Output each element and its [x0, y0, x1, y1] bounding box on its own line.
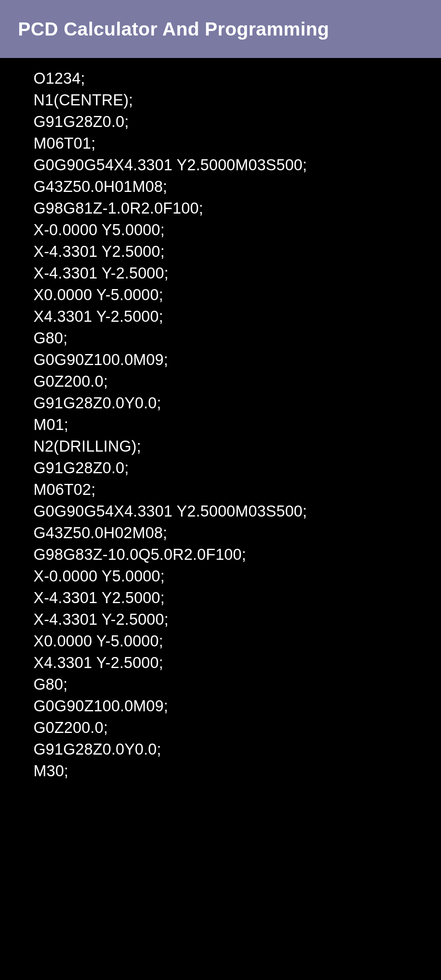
gcode-line: G98G83Z-10.0Q5.0R2.0F100; — [33, 544, 441, 566]
gcode-line: G80; — [33, 327, 441, 349]
gcode-line: G43Z50.0H02M08; — [33, 522, 441, 544]
gcode-line: G0Z200.0; — [33, 371, 441, 392]
gcode-line: N1(CENTRE); — [33, 89, 441, 111]
gcode-line: M06T02; — [33, 479, 441, 501]
gcode-line: X-4.3301 Y2.5000; — [33, 587, 441, 609]
gcode-line: X-4.3301 Y-2.5000; — [33, 263, 441, 284]
gcode-output-area: O1234;N1(CENTRE);G91G28Z0.0;M06T01;G0G90… — [0, 58, 441, 782]
gcode-line: G43Z50.0H01M08; — [33, 176, 441, 198]
gcode-line: G91G28Z0.0; — [33, 457, 441, 479]
gcode-line: M30; — [33, 760, 441, 782]
gcode-line: O1234; — [33, 68, 441, 89]
gcode-line: G91G28Z0.0Y0.0; — [33, 392, 441, 414]
gcode-line: X-4.3301 Y-2.5000; — [33, 609, 441, 630]
gcode-line: M01; — [33, 414, 441, 436]
gcode-line: G80; — [33, 674, 441, 695]
gcode-line: X-4.3301 Y2.5000; — [33, 241, 441, 263]
gcode-line: G91G28Z0.0Y0.0; — [33, 739, 441, 760]
gcode-line: X4.3301 Y-2.5000; — [33, 306, 441, 327]
gcode-line: G98G81Z-1.0R2.0F100; — [33, 198, 441, 219]
gcode-line: G0G90Z100.0M09; — [33, 695, 441, 717]
app-title: PCD Calculator And Programming — [18, 18, 329, 40]
gcode-line: G0G90G54X4.3301 Y2.5000M03S500; — [33, 501, 441, 522]
gcode-line: X0.0000 Y-5.0000; — [33, 284, 441, 306]
gcode-line: X-0.0000 Y5.0000; — [33, 566, 441, 587]
gcode-line: X4.3301 Y-2.5000; — [33, 652, 441, 674]
gcode-line: X0.0000 Y-5.0000; — [33, 630, 441, 652]
gcode-line: G91G28Z0.0; — [33, 111, 441, 133]
app-header: PCD Calculator And Programming — [0, 0, 441, 58]
gcode-line: G0G90Z100.0M09; — [33, 349, 441, 371]
gcode-line: M06T01; — [33, 133, 441, 154]
gcode-line: X-0.0000 Y5.0000; — [33, 219, 441, 241]
gcode-line: G0G90G54X4.3301 Y2.5000M03S500; — [33, 154, 441, 176]
gcode-line: N2(DRILLING); — [33, 436, 441, 457]
gcode-line: G0Z200.0; — [33, 717, 441, 739]
